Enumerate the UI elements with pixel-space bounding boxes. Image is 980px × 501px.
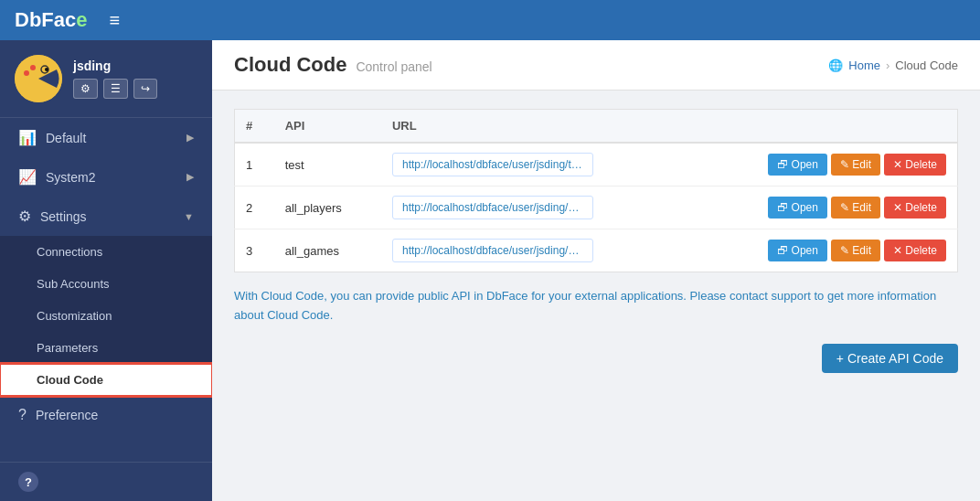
cell-num: 2 [235,187,274,229]
delete-button[interactable]: ✕ Delete [884,240,946,261]
top-header: DbFace ≡ [0,0,980,40]
settings-icon: ⚙ [18,208,31,225]
sidebar-item-label-system2: System2 [46,170,95,185]
breadcrumb: 🌐 Home › Cloud Code [828,59,958,72]
content-body: # API URL 1 test http://localhost/dbface… [212,91,980,501]
cell-api: all_players [274,187,381,229]
user-settings-button[interactable]: ⚙ [73,79,98,99]
action-buttons: 🗗 Open ✎ Edit ✕ Delete [696,240,946,261]
open-button[interactable]: 🗗 Open [768,154,827,176]
system2-icon: 📈 [18,168,37,186]
cell-actions: 🗗 Open ✎ Edit ✕ Delete [685,143,957,187]
chevron-down-icon: ▼ [184,211,194,222]
open-button[interactable]: 🗗 Open [768,240,827,261]
cell-actions: 🗗 Open ✎ Edit ✕ Delete [685,229,957,272]
edit-button[interactable]: ✎ Edit [831,197,880,219]
api-table: # API URL 1 test http://localhost/dbface… [234,109,958,272]
col-header-num: # [235,110,274,144]
cell-num: 3 [235,229,274,272]
edit-button[interactable]: ✎ Edit [831,154,880,176]
chevron-right-icon-2: ▶ [186,171,194,183]
cell-num: 1 [235,143,274,187]
help-button[interactable]: ? [0,462,212,501]
main-layout: jsding ⚙ ☰ ↪ 📊 Default ▶ [0,40,980,501]
user-list-button[interactable]: ☰ [103,79,128,99]
cell-api: test [274,143,381,187]
sidebar-item-connections[interactable]: Connections [0,236,212,268]
sidebar-item-label-default: Default [46,131,86,145]
default-icon: 📊 [18,129,37,146]
table-row: 1 test http://localhost/dbface/user/jsdi… [235,143,958,187]
url-field: http://localhost/dbface/user/jsding/all_… [392,239,593,262]
delete-button[interactable]: ✕ Delete [884,154,946,176]
nav-section: 📊 Default ▶ 📈 System2 ▶ ⚙ Settings ▼ [0,118,212,462]
cell-actions: 🗗 Open ✎ Edit ✕ Delete [685,187,957,229]
breadcrumb-home-link[interactable]: Home [848,59,880,72]
sidebar-item-settings[interactable]: ⚙ Settings ▼ [0,197,212,236]
table-row: 3 all_games http://localhost/dbface/user… [235,229,958,272]
sidebar-item-cloud-code[interactable]: Cloud Code [0,364,212,396]
page-subtitle: Control panel [356,59,431,74]
avatar [15,55,62,102]
action-buttons: 🗗 Open ✎ Edit ✕ Delete [696,154,946,176]
content-area: Cloud Code Control panel 🌐 Home › Cloud … [212,40,980,501]
username: jsding [73,59,157,73]
svg-point-4 [24,70,29,76]
col-header-url: URL [381,110,685,144]
sidebar-item-system2[interactable]: 📈 System2 ▶ [0,157,212,197]
preference-icon: ? [18,407,27,423]
sidebar: jsding ⚙ ☰ ↪ 📊 Default ▶ [0,40,212,501]
cell-api: all_games [274,229,381,272]
svg-point-3 [30,65,36,70]
user-section: jsding ⚙ ☰ ↪ [0,40,212,118]
col-header-actions [685,110,957,144]
sidebar-item-label-preference: Preference [36,408,98,422]
content-title: Cloud Code Control panel [234,53,432,77]
page-title: Cloud Code [234,53,346,77]
sidebar-item-label-settings: Settings [40,209,87,224]
settings-sub-items: Connections Sub Accounts Customization P… [0,236,212,396]
sidebar-item-sub-accounts[interactable]: Sub Accounts [0,268,212,300]
svg-point-2 [45,68,48,71]
sidebar-item-preference[interactable]: ? Preference [0,396,212,434]
logo-accent: e [76,8,87,31]
breadcrumb-sep: › [886,59,889,72]
cell-url: http://localhost/dbface/user/jsding/test [381,143,685,187]
info-text: With Cloud Code, you can provide public … [234,287,958,325]
table-row: 2 all_players http://localhost/dbface/us… [235,187,958,229]
user-actions: ⚙ ☰ ↪ [73,79,157,99]
sidebar-item-parameters[interactable]: Parameters [0,332,212,364]
sidebar-item-customization[interactable]: Customization [0,300,212,332]
edit-button[interactable]: ✎ Edit [831,240,880,261]
create-btn-row: + Create API Code [234,344,958,373]
sidebar-item-default[interactable]: 📊 Default ▶ [0,118,212,157]
cell-url: http://localhost/dbface/user/jsding/all_… [381,187,685,229]
cell-url: http://localhost/dbface/user/jsding/all_… [381,229,685,272]
create-api-code-button[interactable]: + Create API Code [822,344,958,373]
hamburger-icon[interactable]: ≡ [110,10,121,31]
col-header-api: API [274,110,381,144]
action-buttons: 🗗 Open ✎ Edit ✕ Delete [696,197,946,219]
logo: DbFace [15,8,88,32]
chevron-right-icon: ▶ [186,132,194,144]
user-logout-button[interactable]: ↪ [133,79,157,99]
content-header: Cloud Code Control panel 🌐 Home › Cloud … [212,40,980,91]
url-field: http://localhost/dbface/user/jsding/test [392,153,593,176]
help-circle-icon: ? [18,472,38,492]
url-field: http://localhost/dbface/user/jsding/all_… [392,196,593,219]
breadcrumb-globe-icon: 🌐 [828,59,843,72]
breadcrumb-current: Cloud Code [895,59,958,72]
open-button[interactable]: 🗗 Open [768,197,827,219]
delete-button[interactable]: ✕ Delete [884,197,946,219]
